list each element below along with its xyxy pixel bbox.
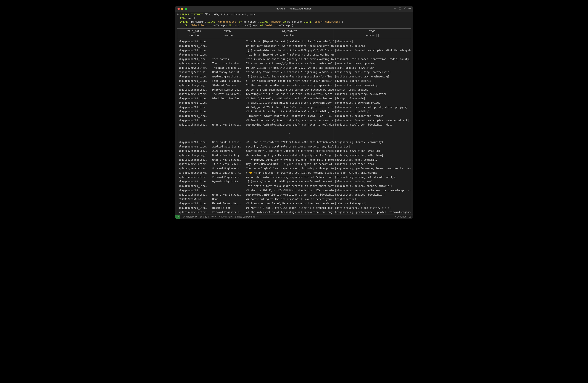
table-row: CONTRIBUTING.mdHome## Contributing to th… — [177, 197, 411, 202]
cell-title — [211, 44, 245, 48]
close-panel-icon[interactable] — [403, 7, 406, 11]
cell-tags: [updates, newsletter, wfh, team] — [334, 153, 411, 158]
cell-tags: [updates, engineering, newsletter] — [334, 92, 411, 96]
cell-md: Started with 3 engineers working in diff… — [245, 149, 334, 153]
cell-file_path: playground/01_lite… — [177, 180, 211, 184]
cell-file_path: updates/newsletter… — [177, 162, 211, 166]
cell-md: - [**memo.d.foundation**](#the-growing-o… — [245, 158, 334, 162]
table-row: playground/01_lite…Bloom Filter## What i… — [177, 206, 411, 210]
result-table: file_path title md_content tags varchar … — [177, 28, 411, 215]
svg-point-6 — [184, 216, 185, 216]
svg-point-8 — [212, 217, 213, 217]
editor-message: 9 lines yanked into "+ — [235, 215, 259, 219]
cell-file_path: playground/01_lite… — [177, 114, 211, 118]
terminal-body[interactable]: D SELECT DISTINCT file_path, title, md_c… — [175, 12, 413, 215]
cell-md: ### Moving with Blockchain\nWe shift our… — [245, 122, 334, 127]
cell-md: ![](assets/blockchain-bridge_blockruptio… — [245, 101, 334, 105]
cell-tags: [updates, newsletter, wrap-up] — [334, 149, 411, 153]
cell-md: This is a [[Map of Content]] related to … — [245, 38, 334, 44]
cell-md: This is where we share our journey in th… — [245, 57, 334, 61]
cell-title — [211, 118, 245, 123]
table-row: playground/01_lite…## Polygon zkEVM Arch… — [177, 105, 411, 110]
cell-title: It's a wrap: 2021 … — [211, 162, 245, 166]
cell-title: Exploring Machine … — [211, 75, 245, 79]
notifications-icon[interactable] — [409, 215, 411, 219]
cell-file_path: updates/changelog/… — [177, 122, 211, 127]
cell-tags: [updates, newsletter, team] — [334, 162, 411, 166]
cell-title: Market Report Dec … — [211, 201, 245, 206]
sql-query: D SELECT DISTINCT file_path, title, md_c… — [177, 13, 411, 27]
cell-file_path: updates/changelog/… — [177, 193, 211, 197]
col-name: title — [211, 29, 245, 33]
minimize-icon[interactable] — [181, 8, 183, 10]
table-row: updates/newsletter…The Path To Growth…Gr… — [177, 92, 411, 96]
cell-tags: [summit, team, updates] — [334, 88, 411, 92]
titlebar[interactable]: duckdb — memo.d.foundation — [175, 6, 413, 12]
svg-point-4 — [183, 216, 183, 216]
cell-tags: [machine learning, LLM, engineering] — [334, 75, 411, 79]
cell-tags: [dwarves, apprenticeship] — [334, 79, 411, 83]
cell-tags: [blockchain, liquidity] — [334, 109, 411, 114]
table-row: updates/changelog/…State of Dwarves: …In… — [177, 83, 411, 88]
cell-md: ## Smart contracts\nSmart contracts, als… — [245, 118, 334, 123]
cell-md: ## Polygon zkEVM Architecture\nThe main … — [245, 105, 334, 110]
cell-title: Forward Engineerin… — [211, 166, 245, 171]
prompt: D — [177, 13, 180, 16]
continue-button[interactable]: ✓ Continue — [394, 215, 406, 219]
new-tab-icon[interactable] — [394, 7, 396, 11]
maximize-icon[interactable] — [185, 8, 187, 10]
cell-tags: [contribution] — [334, 197, 411, 202]
col-name: md_content — [245, 29, 334, 33]
cell-title — [211, 101, 245, 105]
table-row: playground/01_lite…## 1. What is a Liqui… — [177, 109, 411, 114]
cell-tags: [newsletter, memo, community] — [334, 158, 411, 162]
cell-md: > *For *<span style='color:red'>*[My Anh… — [245, 79, 334, 83]
cell-title — [211, 188, 245, 193]
svg-point-11 — [220, 217, 220, 217]
table-row: consulting/case-st…Neutronpay Case St…**… — [177, 70, 411, 75]
table-row: playground/01_lite…- Blocks\n- Smart con… — [177, 114, 411, 118]
cell-title — [211, 53, 245, 57]
svg-point-2 — [409, 8, 410, 9]
cell-md: ## Contributing to the Brainery\nWe'd lo… — [245, 197, 334, 202]
cell-file_path: CONTRIBUTING.md — [177, 197, 211, 202]
cell-title: The future is bloc… — [211, 61, 245, 66]
table-row: playground/01_lite…Market Report Dec …##… — [177, 201, 411, 206]
cell-file_path: updates/changelog/… — [177, 83, 211, 88]
cell-tags: [team, updates, newsletter] — [334, 66, 411, 70]
ports[interactable]: 0 — [211, 215, 216, 219]
cell-tags: [blockchain, solana, amm] — [334, 180, 411, 184]
svg-rect-0 — [399, 7, 401, 9]
cell-file_path: updates/newsletter… — [177, 210, 211, 215]
cell-title: Applied Security B… — [211, 144, 245, 149]
remote-indicator[interactable] — [175, 215, 180, 219]
cell-file_path: playground/01_lite… — [177, 57, 211, 61]
table-row: playground/01_lite…## Smart contracts\nS… — [177, 118, 411, 123]
live-share[interactable]: Live Share — [218, 215, 232, 219]
cell-title — [211, 114, 245, 118]
table-row: playground/01_lite…This is a [[Map of Co… — [177, 38, 411, 44]
close-icon[interactable] — [177, 8, 180, 10]
cell-file_path: playground/01_lite… — [177, 38, 211, 44]
more-icon[interactable] — [408, 7, 411, 11]
cell-file_path: updates/changelog/… — [177, 153, 211, 158]
cell-md: ![](_assets/blockruption-blockchain-300h… — [245, 48, 334, 53]
cell-md: We're closing July with some notable hig… — [245, 153, 334, 158]
table-row: playground/01_lite…Tech CanvasThis is wh… — [177, 57, 411, 61]
table-row: updates/newsletter…The Next Leading C…##… — [177, 66, 411, 70]
cell-tags: [blockchain, blockchain-bridge] — [334, 101, 411, 105]
cell-md: Unlike most blockchain, Solana separates… — [245, 44, 334, 48]
cell-md: This is a [[Map of Content]] related to … — [245, 53, 334, 57]
cell-md: As we step into the exciting opportuniti… — [245, 175, 334, 180]
cell-tags: [forward-engineering, AI, duckdb, nextjs… — [334, 175, 411, 180]
col-type: varchar — [245, 33, 334, 38]
table-row: playground/01_lite…This is a [[Map of Co… — [177, 53, 411, 57]
cell-md: > 🤝 As an engineer at Dwarves, you will … — [245, 171, 334, 175]
cell-md: Greetings,\n\nIt's Han and Nikki from Te… — [245, 92, 334, 96]
cell-md: The technological landscape is vast, bri… — [245, 166, 334, 171]
git-branch[interactable]: master* — [183, 215, 197, 219]
table-row: playground/01_lite…From Data To Backe…> … — [177, 79, 411, 83]
problems[interactable]: 0 0 — [200, 215, 209, 219]
sync-icon[interactable] — [195, 216, 197, 218]
split-panel-icon[interactable] — [399, 7, 401, 11]
